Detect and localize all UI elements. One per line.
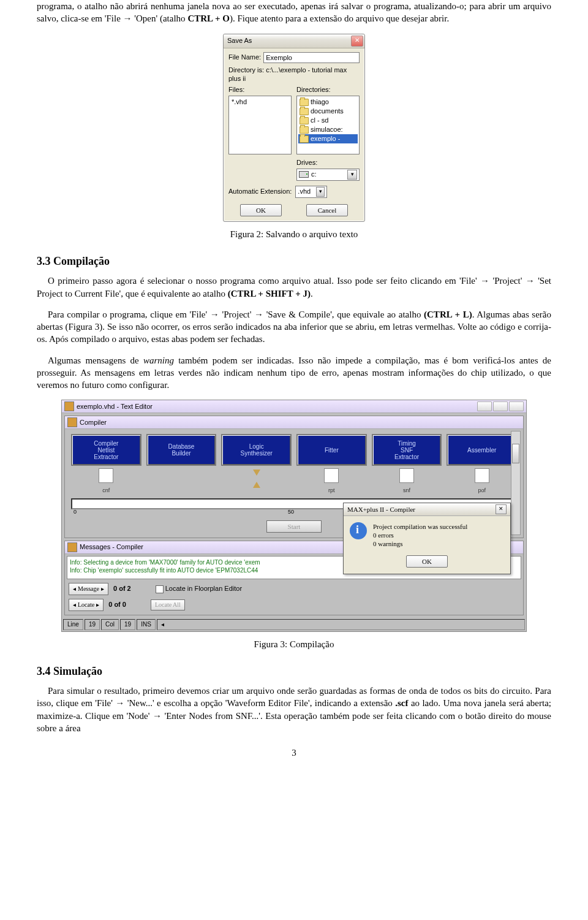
stage-timing-snf-extractor: TimingSNFExtractor xyxy=(372,434,442,466)
cancel-button[interactable]: Cancel xyxy=(306,204,348,216)
status-ins: INS xyxy=(137,619,156,630)
output-file-icon[interactable] xyxy=(475,468,489,483)
scrollbar-thumb[interactable] xyxy=(512,444,519,463)
compiler-screenshot: exemplo.vhd - Text Editor Compiler Compi… xyxy=(61,400,527,631)
dir-item[interactable]: thiago xyxy=(298,97,358,107)
figure-2-caption: Figura 2: Salvando o arquivo texto xyxy=(37,228,551,240)
compile-success-popup: MAX+plus II - Compiler ✕ Project compila… xyxy=(343,503,511,574)
info-icon xyxy=(350,522,367,539)
close-icon[interactable]: ✕ xyxy=(496,504,507,514)
directory-label: Directory is: xyxy=(228,66,264,74)
compiler-title: Compiler xyxy=(80,418,107,427)
close-icon[interactable] xyxy=(509,401,524,411)
directories-label: Directories: xyxy=(296,85,360,94)
locate-all-button[interactable]: Locate All xyxy=(151,599,185,610)
files-listbox[interactable]: *.vhd xyxy=(228,96,292,154)
popup-ok-button[interactable]: OK xyxy=(406,555,448,568)
status-bar: Line 19 Col 19 INS ◂ xyxy=(62,618,526,631)
locate-nav-value: 0 of 0 xyxy=(108,600,126,609)
maximize-icon[interactable] xyxy=(493,401,508,411)
dir-item[interactable]: simulacoe: xyxy=(298,125,358,134)
status-spacer: ◂ xyxy=(157,619,525,630)
out-label: snf xyxy=(372,487,442,494)
folder-icon xyxy=(300,135,309,143)
app-icon xyxy=(64,401,74,411)
section-3-3-heading: 3.3 Compilação xyxy=(37,254,551,268)
locate-floorplan-label: Locate in Floorplan Editor xyxy=(165,585,242,592)
messages-title: Messages - Compiler xyxy=(80,542,143,552)
chevron-down-icon[interactable]: ▾ xyxy=(347,170,357,180)
compiler-stages: CompilerNetlistExtractor DatabaseBuilder… xyxy=(65,429,523,468)
compiler-titlebar[interactable]: Compiler xyxy=(65,416,523,429)
figure-3-caption: Figura 3: Compilação xyxy=(37,638,551,650)
vertical-scrollbar[interactable] xyxy=(511,431,521,534)
close-icon[interactable]: ✕ xyxy=(351,36,363,47)
stage-assembler: Assembler xyxy=(447,434,517,466)
auto-extension-dropdown[interactable]: .vhd ▾ xyxy=(295,186,327,198)
output-file-icon[interactable] xyxy=(399,468,414,483)
outer-window-title: exemplo.vhd - Text Editor xyxy=(77,402,153,411)
compiler-icon xyxy=(67,417,77,427)
message-nav-value: 0 of 2 xyxy=(113,584,131,593)
auto-extension-value: .vhd xyxy=(298,187,311,196)
messages-icon xyxy=(67,542,77,552)
chevron-down-icon[interactable]: ▾ xyxy=(316,187,325,197)
outer-window-titlebar[interactable]: exemplo.vhd - Text Editor xyxy=(62,400,526,413)
popup-line-3: 0 warnings xyxy=(373,539,467,548)
drive-icon xyxy=(299,171,309,178)
status-line-value: 19 xyxy=(85,619,100,630)
locate-nav-button[interactable]: ◂ Locate ▸ xyxy=(69,599,104,611)
sec33-p2: Para compilar o programa, clique em 'Fil… xyxy=(37,308,551,346)
drives-dropdown[interactable]: c: ▾ xyxy=(296,169,360,181)
drives-label: Drives: xyxy=(296,158,360,167)
dialog-titlebar[interactable]: Save As ✕ xyxy=(224,34,364,48)
intro-shortcut: CTRL + O xyxy=(187,13,230,23)
sec33-p1: O primeiro passo agora é selecionar o no… xyxy=(37,275,551,300)
folder-icon xyxy=(300,117,309,124)
out-label: rpt xyxy=(296,487,367,494)
dir-item[interactable]: cl - sd xyxy=(298,116,358,125)
minimize-icon[interactable] xyxy=(477,401,492,411)
ok-button[interactable]: OK xyxy=(240,204,282,216)
stage-netlist-extractor: CompilerNetlistExtractor xyxy=(71,434,141,466)
files-label: Files: xyxy=(228,85,292,94)
file-filter[interactable]: *.vhd xyxy=(230,97,290,107)
dir-item[interactable]: documents xyxy=(298,107,358,116)
locate-floorplan-checkbox[interactable] xyxy=(156,585,164,593)
directories-listbox[interactable]: thiago documents cl - sd simulacoe: exem… xyxy=(296,96,360,154)
dialog-title: Save As xyxy=(227,36,252,45)
folder-icon xyxy=(300,99,309,106)
popup-title: MAX+plus II - Compiler xyxy=(347,506,415,513)
message-nav-button[interactable]: ◂ Message ▸ xyxy=(69,583,108,595)
start-button[interactable]: Start xyxy=(266,520,322,533)
sec33-p3: Algumas mensagens de warning também pode… xyxy=(37,354,551,392)
folder-icon xyxy=(300,126,309,134)
filename-label: File Name: xyxy=(228,53,261,62)
hourglass-icon xyxy=(253,470,260,476)
tick-left: 0 xyxy=(74,508,77,515)
folder-icon xyxy=(300,108,309,115)
filename-input[interactable] xyxy=(263,52,360,63)
popup-line-1: Project compilation was successful xyxy=(373,522,467,531)
stage-fitter: Fitter xyxy=(296,434,367,466)
intro-paragraph: programa, o atalho não abrirá nenhuma ja… xyxy=(37,0,551,25)
output-file-icon[interactable] xyxy=(99,468,113,483)
tick-mid: 50 xyxy=(288,508,294,515)
popup-titlebar[interactable]: MAX+plus II - Compiler ✕ xyxy=(344,503,510,516)
section-3-4-heading: 3.4 Simulação xyxy=(37,664,551,679)
out-label: cnf xyxy=(71,487,141,494)
out-label: pof xyxy=(447,487,517,494)
sec34-p1: Para simular o resultado, primeiro devem… xyxy=(37,685,551,734)
page-number: 3 xyxy=(37,747,551,759)
status-col-label: Col xyxy=(101,619,119,630)
window-control-icons xyxy=(477,401,524,411)
save-as-dialog: Save As ✕ File Name: Directory is: c:\..… xyxy=(223,34,365,222)
dir-item-selected[interactable]: exemplo - xyxy=(298,134,358,143)
popup-line-2: 0 errors xyxy=(373,531,467,539)
stage-database-builder: DatabaseBuilder xyxy=(146,434,217,466)
auto-extension-label: Automatic Extension: xyxy=(228,187,292,196)
status-col-value: 19 xyxy=(120,619,135,630)
stage-logic-synthesizer: LogicSynthesizer xyxy=(221,434,292,466)
output-file-icon[interactable] xyxy=(324,468,339,483)
drive-value: c: xyxy=(311,170,317,179)
